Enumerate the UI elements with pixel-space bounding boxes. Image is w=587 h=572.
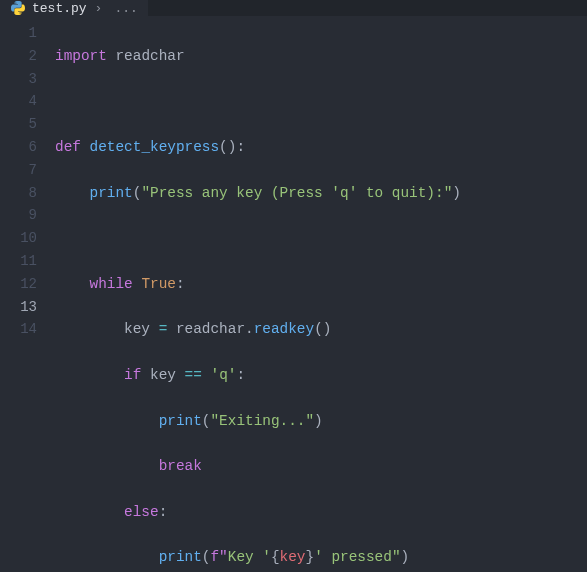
line-number: 4 [0, 90, 37, 113]
line-number: 9 [0, 204, 37, 227]
line-number: 1 [0, 22, 37, 45]
code-line: print("Exiting...") [55, 410, 587, 433]
code-editor[interactable]: 1 2 3 4 5 6 7 8 9 10 11 12 13 14 import … [0, 16, 587, 572]
code-content[interactable]: import readchar def detect_keypress(): p… [55, 22, 587, 572]
line-number: 13 [0, 296, 37, 319]
tab-filename: test.py [32, 1, 87, 16]
line-number: 10 [0, 227, 37, 250]
breadcrumb-more[interactable]: ... [110, 1, 137, 16]
code-line: if key == 'q': [55, 364, 587, 387]
editor-tab[interactable]: test.py › ... [0, 0, 148, 16]
line-number: 8 [0, 182, 37, 205]
python-file-icon [10, 0, 26, 16]
code-line: print(f"Key '{key}' pressed") [55, 546, 587, 569]
code-line: key = readchar.readkey() [55, 318, 587, 341]
line-number: 3 [0, 68, 37, 91]
line-number: 6 [0, 136, 37, 159]
line-number: 2 [0, 45, 37, 68]
code-line: break [55, 455, 587, 478]
code-line: import readchar [55, 45, 587, 68]
tab-bar: test.py › ... [0, 0, 587, 16]
line-number: 11 [0, 250, 37, 273]
code-line: def detect_keypress(): [55, 136, 587, 159]
line-number: 5 [0, 113, 37, 136]
breadcrumb-separator-icon: › [93, 1, 105, 16]
code-line: while True: [55, 273, 587, 296]
line-number: 12 [0, 273, 37, 296]
line-number: 14 [0, 318, 37, 341]
line-number-gutter: 1 2 3 4 5 6 7 8 9 10 11 12 13 14 [0, 22, 55, 572]
code-line: print("Press any key (Press 'q' to quit)… [55, 182, 587, 205]
code-line [55, 227, 587, 250]
line-number: 7 [0, 159, 37, 182]
code-line [55, 90, 587, 113]
code-line: else: [55, 501, 587, 524]
